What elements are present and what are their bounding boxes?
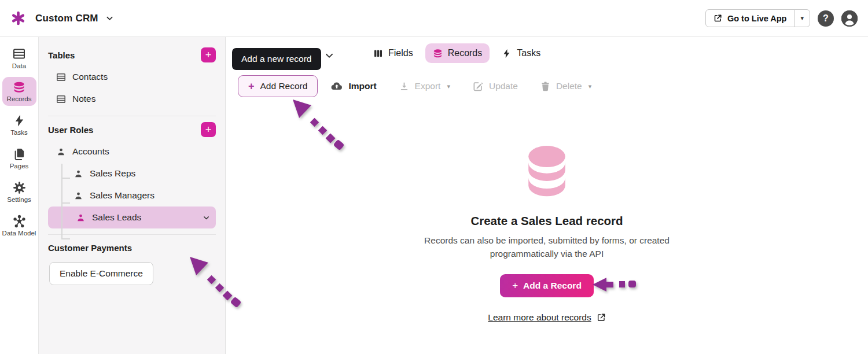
sidebar-item-label: Sales Managers	[90, 190, 155, 201]
sidebar-item-label: Sales Reps	[90, 168, 135, 179]
sidebar-divider	[48, 116, 216, 116]
user-icon	[76, 213, 86, 223]
sidebar-item-contacts[interactable]: Contacts	[50, 66, 216, 88]
app-window: Custom CRM Go to Live App ▾	[0, 0, 868, 354]
pages-copy-icon	[13, 148, 26, 161]
rail-label: Data Model	[2, 230, 36, 237]
tab-label: Fields	[388, 48, 413, 58]
rail-item-pages[interactable]: Pages	[2, 143, 36, 173]
caret-down-icon: ▾	[447, 83, 450, 90]
sidebar-item-sales-reps[interactable]: Sales Reps	[68, 163, 216, 185]
rail-item-settings[interactable]: Settings	[2, 177, 36, 207]
user-roles-section-header: User Roles	[48, 125, 93, 135]
export-label: Export	[415, 81, 441, 91]
object-tabs: Fields Records Tasks	[366, 43, 548, 63]
rail-label: Records	[7, 95, 32, 102]
records-database-icon	[13, 81, 25, 94]
records-toolbar: + Add Record Import Export ▾ Up	[238, 74, 591, 98]
rail-label: Tasks	[10, 129, 27, 136]
cloud-upload-icon	[330, 80, 343, 93]
add-a-record-button[interactable]: + Add a Record	[500, 274, 594, 297]
sidebar: Tables + Contacts Notes User Roles +	[39, 37, 226, 354]
tab-records[interactable]: Records	[425, 43, 490, 63]
export-button[interactable]: Export ▾	[399, 81, 450, 92]
top-bar: Custom CRM Go to Live App ▾	[0, 0, 868, 37]
empty-state-title: Create a Sales Lead record	[470, 214, 623, 228]
rail-item-data[interactable]: Data	[2, 43, 36, 73]
go-to-live-app-label: Go to Live App	[727, 14, 787, 23]
add-record-button[interactable]: + Add Record	[238, 75, 318, 97]
go-to-live-app-dropdown-caret[interactable]: ▾	[794, 10, 810, 27]
import-label: Import	[348, 81, 376, 91]
external-link-icon	[713, 14, 722, 23]
import-button[interactable]: Import	[330, 80, 376, 93]
delete-button[interactable]: Delete ▾	[540, 81, 591, 92]
download-icon	[399, 81, 410, 92]
add-user-role-button[interactable]: +	[201, 122, 216, 137]
help-button[interactable]: ?	[818, 10, 834, 27]
enable-ecommerce-button[interactable]: Enable E-Commerce	[49, 262, 153, 285]
rail-label: Data	[12, 62, 26, 69]
account-avatar-button[interactable]	[841, 10, 858, 27]
tree-connector	[61, 202, 70, 204]
app-switcher-chevron-down-icon[interactable]	[105, 14, 114, 23]
plus-icon: +	[248, 81, 255, 91]
update-button[interactable]: Update	[472, 80, 518, 92]
sidebar-item-label: Contacts	[72, 72, 108, 82]
chevron-down-icon[interactable]	[203, 214, 210, 222]
tab-tasks[interactable]: Tasks	[494, 43, 548, 63]
data-table-icon	[12, 47, 26, 61]
table-icon	[56, 94, 66, 104]
user-avatar-icon	[841, 10, 858, 27]
sidebar-item-sales-managers[interactable]: Sales Managers	[68, 185, 216, 207]
plus-icon: +	[512, 281, 518, 290]
data-model-network-icon	[13, 215, 26, 228]
learn-more-link[interactable]: Learn more about records	[488, 312, 605, 323]
add-record-tooltip: Add a new record	[232, 48, 321, 70]
go-to-live-app-button[interactable]: Go to Live App	[706, 10, 795, 27]
topbar-actions: Go to Live App ▾ ?	[705, 9, 858, 27]
empty-state: Create a Sales Lead record Records can a…	[226, 146, 868, 323]
delete-label: Delete	[556, 81, 582, 91]
user-icon	[56, 147, 66, 157]
sidebar-item-accounts[interactable]: Accounts	[50, 141, 216, 163]
edit-pencil-icon	[472, 80, 484, 92]
add-record-label: Add Record	[260, 81, 308, 91]
trash-icon	[540, 81, 551, 92]
rail-item-records[interactable]: Records	[2, 77, 36, 106]
tree-connector	[61, 238, 70, 239]
tab-label: Tasks	[517, 48, 540, 58]
learn-more-label: Learn more about records	[488, 312, 591, 323]
nav-rail: Data Records Tasks Pages	[0, 37, 39, 354]
user-icon	[73, 191, 83, 201]
rail-item-tasks[interactable]: Tasks	[2, 110, 36, 139]
database-illustration-icon	[523, 146, 571, 198]
plus-icon: +	[205, 50, 212, 60]
tab-label: Records	[448, 48, 483, 58]
update-label: Update	[489, 81, 518, 91]
page-title-chevron-down-icon[interactable]	[324, 50, 334, 63]
settings-gear-icon	[13, 181, 26, 194]
caret-down-icon: ▾	[800, 14, 804, 22]
customer-payments-section-header: Customer Payments	[48, 243, 132, 253]
sidebar-item-notes[interactable]: Notes	[50, 88, 216, 110]
caret-down-icon: ▾	[589, 83, 592, 90]
external-link-icon	[597, 313, 606, 322]
sidebar-item-label: Notes	[72, 94, 96, 104]
empty-state-description: Records can also be imported, submitted …	[411, 234, 683, 261]
question-mark-icon: ?	[823, 13, 829, 24]
tree-connector	[61, 164, 62, 239]
rail-item-data-model[interactable]: Data Model	[2, 211, 36, 240]
tree-connector	[61, 178, 70, 179]
user-icon	[73, 169, 83, 179]
sidebar-item-sales-leads[interactable]: Sales Leads	[48, 207, 216, 228]
add-table-button[interactable]: +	[201, 47, 216, 62]
sidebar-item-label: Accounts	[72, 146, 109, 157]
tables-section-header: Tables	[48, 50, 75, 60]
sidebar-item-label: Sales Leads	[92, 212, 141, 223]
add-a-record-label: Add a Record	[523, 281, 582, 291]
tab-fields[interactable]: Fields	[366, 43, 421, 63]
tasks-lightning-icon	[13, 114, 26, 127]
tasks-lightning-icon	[502, 49, 512, 58]
rail-label: Pages	[10, 163, 29, 169]
